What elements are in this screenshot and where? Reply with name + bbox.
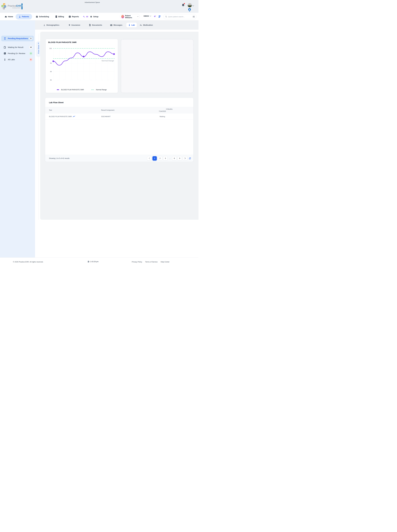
patient-name: Robert Williams: [125, 15, 136, 18]
logo-pro-badge: Pro: [21, 3, 23, 9]
period-label: 3 Months: [166, 108, 172, 110]
nav-item-setup[interactable]: Setup: [90, 13, 98, 20]
practice-code-select[interactable]: EBDSI: [144, 15, 151, 17]
nav-item-billing[interactable]: $ Billing: [55, 13, 64, 20]
page-ellipsis: …: [168, 156, 171, 160]
billing-receipt-icon: $: [55, 16, 57, 18]
shield-icon: [68, 24, 70, 26]
page-button-8[interactable]: 8: [172, 156, 176, 160]
svg-text:100: 100: [49, 48, 52, 49]
location-user-pin-icon[interactable]: [188, 8, 191, 12]
svg-text:$: $: [56, 16, 57, 17]
lab-flow-sheet-title: Lab Flow Sheet: [49, 101, 64, 104]
privacy-policy-link[interactable]: Privacy Policy: [132, 261, 142, 263]
gear-icon: [90, 16, 92, 18]
trend-icon[interactable]: [73, 116, 75, 117]
pills-icon: [140, 24, 142, 26]
user-avatar[interactable]: [188, 3, 192, 7]
cell-test-name: BLOOD FILM PARASITE SMR: [49, 113, 75, 120]
column-header-period: 3 Months 7/14/2025: [148, 107, 176, 113]
column-header-test: Test: [49, 107, 52, 113]
search-filters-icon[interactable]: [193, 16, 195, 18]
svg-text:89: 89: [50, 71, 52, 72]
chevron-left-icon: [149, 158, 150, 159]
sidebar-item-label: Pending Requisitions: [8, 37, 29, 40]
nav-item-patients[interactable]: Patients: [16, 14, 32, 19]
lab-content-panel: BLOOD FILM PARASITE SMR 100938985Normal …: [40, 32, 198, 220]
add-patient-icon[interactable]: [158, 15, 161, 18]
ai-sparkle-icon: [83, 15, 85, 18]
help-center-link[interactable]: Help Center: [161, 261, 169, 263]
sidebar-item-label: All Labs: [8, 58, 29, 61]
logo-cross-icon: [1, 3, 7, 9]
svg-text:85: 85: [50, 79, 52, 81]
sidebar-item-pending-requisitions[interactable]: Pending Requisitions 5: [1, 36, 34, 41]
footer-time-text: 1:43:26 pm: [90, 261, 99, 263]
legend-series-label: BLOOD FILM PARASITE SMR: [61, 89, 84, 91]
hourglass-icon: [3, 37, 6, 40]
reports-chart-icon: [69, 16, 71, 18]
calendar-icon: [36, 16, 38, 18]
footer-clock: 1:43:26 pm: [87, 261, 99, 263]
lab-flow-sheet-card: Lab Flow Sheet Test Result Component 3 M…: [45, 98, 193, 162]
results-summary: Showing 1 to 5 of 42 results: [49, 157, 147, 159]
previous-page-button[interactable]: [147, 156, 151, 160]
logo-name: PracticeEHR: [8, 5, 21, 7]
tab-demographics[interactable]: Demographics: [43, 24, 59, 26]
table-header-row: Test Result Component 3 Months 7/14/2025: [45, 107, 193, 113]
main-navigation: Home Patients Scheduling $ Billing Repor…: [0, 13, 198, 20]
quick-patient-search: [163, 14, 196, 19]
notifications-bell-icon[interactable]: [182, 4, 185, 7]
terms-of-service-link[interactable]: Terms of Service: [145, 261, 158, 263]
document-icon: [89, 24, 91, 26]
search-input[interactable]: [168, 16, 192, 18]
practice-ehr-logo[interactable]: PracticeEHR Simplifying Healthcare Pro: [1, 3, 23, 9]
cell-result-value: Waiting: [148, 113, 176, 120]
nav-item-scheduling[interactable]: Scheduling: [36, 13, 49, 20]
trend-line-chart: 100938985Normal Range: [46, 45, 118, 84]
tab-documents[interactable]: Documents: [89, 24, 102, 26]
patient-avatar: [121, 15, 124, 18]
legend-range-swatch: [91, 90, 94, 90]
column-header-result-component: Result Component: [101, 107, 114, 113]
sidebar-item-waiting-for-result[interactable]: Waiting for Result 12: [1, 44, 34, 50]
pagination-bar: Showing 1 to 5 of 42 results 1 2 3 … 8 9: [45, 155, 193, 162]
period-date: 7/14/2025: [159, 110, 166, 112]
tab-medication[interactable]: Medication: [140, 24, 153, 26]
page-button-1[interactable]: 1: [152, 156, 157, 160]
legend-series-swatch: [57, 89, 59, 90]
notification-dot: [184, 3, 185, 4]
next-page-button[interactable]: [183, 156, 187, 160]
tab-insurance[interactable]: Insurance: [68, 24, 80, 26]
test-name: BLOOD FILM PARASITE SMR: [49, 116, 72, 117]
page-button-3[interactable]: 3: [163, 156, 167, 160]
sidebar-item-all-labs[interactable]: All Labs 8: [1, 57, 34, 62]
current-patient-pill[interactable]: Robert Williams: [120, 14, 140, 19]
envelope-icon: [110, 24, 112, 26]
count-badge: 12: [29, 46, 32, 49]
count-badge: 3: [29, 52, 32, 55]
flow-sheet-collapse-tab[interactable]: Flow Sheet: [37, 42, 40, 56]
advertisement-space: Advertisement Space: [0, 1, 184, 3]
nav-item-ai[interactable]: AI: [83, 13, 88, 20]
chevron-down-icon: [137, 16, 138, 17]
page-button-9[interactable]: 9: [178, 156, 182, 160]
footer: © 2025 Practice EHR. All rights reserved…: [0, 257, 198, 266]
chevron-down-icon[interactable]: [192, 5, 194, 7]
nav-item-reports[interactable]: Reports: [69, 13, 79, 20]
copyright-text: © 2025 Practice EHR. All rights reserved…: [13, 261, 43, 263]
tab-messages[interactable]: Messages: [110, 24, 122, 26]
patient-section-tabs: Demographics Insurance Documents Message…: [35, 20, 198, 30]
chevron-down-icon: [150, 16, 151, 17]
sidebar-item-pending-dr-review[interactable]: Pending Dr. Review 3: [1, 51, 34, 56]
ai-assist-sparkle-icon[interactable]: [154, 15, 156, 18]
triangle-right-icon: [38, 43, 39, 44]
result-trend-chart-card: BLOOD FILM PARASITE SMR 100938985Normal …: [45, 39, 118, 93]
svg-text:93: 93: [50, 62, 52, 64]
tab-lab[interactable]: Lab: [126, 23, 137, 27]
lab-sidebar: Pending Requisitions 5 Waiting for Resul…: [0, 20, 35, 257]
chart-title: BLOOD FILM PARASITE SMR: [48, 41, 76, 43]
refresh-icon[interactable]: [189, 157, 191, 159]
nav-item-home[interactable]: Home: [5, 13, 13, 20]
page-button-2[interactable]: 2: [158, 156, 162, 160]
